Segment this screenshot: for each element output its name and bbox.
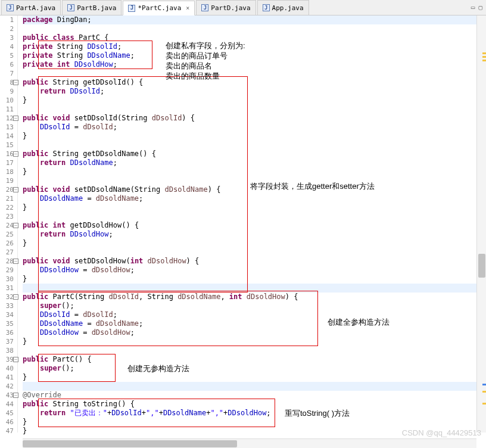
vertical-scrollbar[interactable] (476, 15, 486, 433)
code-line[interactable]: DDsolId = dDsolId; (23, 310, 486, 319)
editor-tab[interactable]: JPartD.java (196, 0, 256, 15)
code-line[interactable]: public String getDDsoldName() { (23, 150, 486, 158)
tab-label: App.java (272, 4, 304, 12)
line-number: 46 (0, 418, 14, 427)
line-number: 37 (0, 337, 14, 346)
code-line[interactable]: DDsoldName = dDsoldName; (23, 319, 486, 328)
code-line[interactable] (23, 248, 486, 257)
java-file-icon: J (263, 4, 270, 11)
annotation-text: 卖出的商品名 (166, 61, 212, 71)
line-number-gutter: 12345678–9101112–13141516–17181920–21222… (0, 15, 18, 433)
line-number: 11 (0, 105, 14, 114)
tab-label: PartA.java (16, 4, 55, 12)
code-line[interactable]: public class PartC { (23, 33, 486, 42)
code-line[interactable] (23, 24, 486, 33)
line-number: 1 (0, 15, 14, 24)
code-line[interactable]: public String toString() { (23, 400, 486, 409)
editor-tab[interactable]: JPartA.java (1, 0, 61, 15)
line-number: 29 (0, 266, 14, 275)
annotation-text: 创建全参构造方法 (328, 317, 390, 328)
tab-label: PartD.java (211, 4, 250, 12)
code-editor: 12345678–9101112–13141516–17181920–21222… (0, 15, 486, 433)
line-number: 43– (0, 391, 14, 400)
code-line[interactable]: DDsolId = dDsolId; (23, 123, 486, 132)
code-line[interactable]: public String getDDsolId() { (23, 78, 486, 87)
line-number: 28– (0, 257, 14, 266)
code-line[interactable] (23, 69, 486, 78)
line-number: 13 (0, 123, 14, 132)
code-line[interactable]: } (23, 132, 486, 141)
java-file-icon: J (67, 4, 74, 11)
code-line[interactable]: private int DDsoldHow; (23, 60, 486, 69)
code-line[interactable] (23, 141, 486, 150)
tab-label: *PartC.java (138, 4, 181, 12)
line-number: 35 (0, 319, 14, 328)
annotation-text: 创建无参构造方法 (127, 363, 189, 374)
close-icon[interactable]: × (186, 5, 189, 11)
code-line[interactable]: } (23, 373, 486, 382)
line-number: 4 (0, 42, 14, 51)
code-line[interactable]: return "已卖出："+DDsolId+","+DDsoldName+","… (23, 409, 486, 418)
line-number: 33 (0, 301, 14, 310)
watermark: CSDN @qq_44429513 (402, 428, 481, 437)
code-line[interactable]: @Override (23, 391, 486, 400)
editor-tab[interactable]: JApp.java (257, 0, 309, 15)
line-number: 30 (0, 275, 14, 284)
line-number: 24– (0, 221, 14, 230)
code-line[interactable]: super(); (23, 301, 486, 310)
code-line[interactable]: return DDsolId; (23, 87, 486, 96)
java-file-icon: J (201, 4, 208, 11)
code-line[interactable]: public PartC(String dDsolId, String dDso… (23, 293, 486, 301)
code-line[interactable] (23, 105, 486, 114)
editor-window-controls: ▭ ▢ (471, 0, 486, 15)
annotation-text: 卖出的商品数量 (166, 71, 220, 82)
line-number: 15 (0, 141, 14, 150)
code-line[interactable]: } (23, 96, 486, 105)
code-line[interactable]: public PartC() { (23, 355, 486, 364)
minimize-icon[interactable]: ▭ (471, 4, 475, 11)
line-number: 3 (0, 33, 14, 42)
code-line[interactable]: } (23, 203, 486, 212)
editor-tab[interactable]: JPartB.java (62, 0, 122, 15)
java-file-icon: J (7, 4, 14, 11)
line-number: 34 (0, 310, 14, 319)
line-number: 2 (0, 24, 14, 33)
code-line[interactable]: private String DDsoldName; (23, 51, 486, 60)
code-area[interactable]: package DingDan;public class PartC {priv… (18, 15, 486, 433)
code-line[interactable]: } (23, 239, 486, 248)
line-number: 6 (0, 60, 14, 69)
code-line[interactable] (23, 284, 486, 293)
line-number: 32– (0, 293, 14, 301)
code-line[interactable]: package DingDan; (23, 15, 486, 24)
line-number: 12– (0, 114, 14, 123)
editor-tab[interactable]: J*PartC.java× (123, 1, 195, 15)
code-line[interactable]: public int getDDsoldHow() { (23, 221, 486, 230)
line-number: 42 (0, 382, 14, 391)
line-number: 10 (0, 96, 14, 105)
maximize-icon[interactable]: ▢ (478, 4, 482, 11)
code-line[interactable] (23, 212, 486, 221)
code-line[interactable]: return DDsoldHow; (23, 230, 486, 239)
code-line[interactable]: public void setDDsoldHow(int dDsoldHow) … (23, 257, 486, 266)
code-line[interactable]: super(); (23, 364, 486, 373)
code-line[interactable]: DDsoldName = dDsoldName; (23, 194, 486, 203)
hscroll-thumb[interactable] (23, 440, 237, 447)
annotation-text: 创建私有字段，分别为: (166, 41, 245, 51)
code-line[interactable]: private String DDsolId; (23, 42, 486, 51)
code-line[interactable]: } (23, 337, 486, 346)
annotation-text: 重写toString( )方法 (285, 408, 350, 419)
code-line[interactable]: } (23, 167, 486, 176)
code-line[interactable]: } (23, 275, 486, 284)
code-line[interactable] (23, 346, 486, 355)
horizontal-scrollbar[interactable] (23, 438, 476, 448)
line-number: 39– (0, 355, 14, 364)
line-number: 19 (0, 176, 14, 185)
code-line[interactable] (23, 382, 486, 391)
tab-label: PartB.java (77, 4, 116, 12)
code-line[interactable]: return DDsoldName; (23, 158, 486, 167)
java-file-icon: J (128, 5, 135, 12)
code-line[interactable]: public void setDDsolId(String dDsolId) { (23, 114, 486, 123)
code-line[interactable]: DDsoldHow = dDsoldHow; (23, 266, 486, 275)
code-line[interactable]: DDsoldHow = dDsoldHow; (23, 328, 486, 337)
code-line[interactable]: } (23, 418, 486, 427)
